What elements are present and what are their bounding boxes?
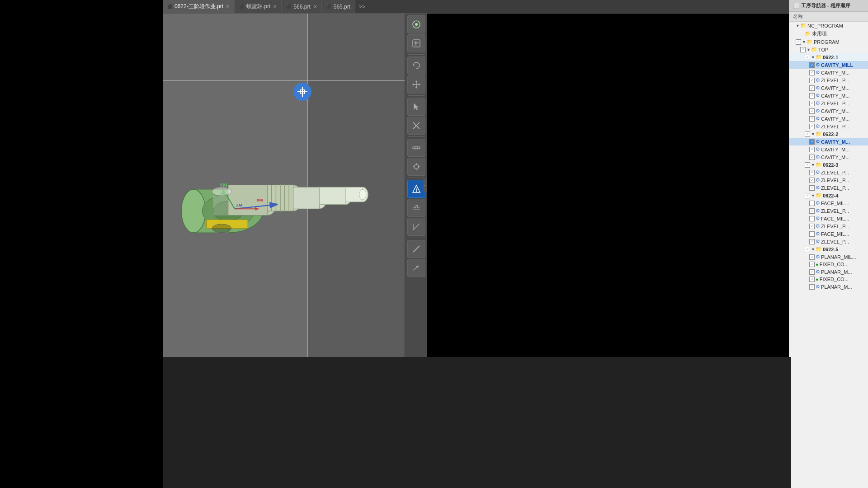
tree-zlevel-p-4[interactable]: ✓ ⚙ ZLEVEL_P... (789, 169, 868, 176)
tree-zlevel-p-3[interactable]: ✓ ⚙ ZLEVEL_P... (789, 122, 868, 130)
tree-cavity-m-3-label: CAVITY_M... (821, 85, 849, 91)
tree-cavity-m-7-label: CAVITY_M... (821, 139, 850, 145)
tool-view-fit[interactable] (407, 15, 425, 33)
tree-0622-4[interactable]: ✓ ▼ 📁 0622-4 (789, 192, 868, 199)
nav-col-label: 名称 (793, 14, 803, 19)
more-tabs-btn[interactable]: >> (355, 4, 369, 10)
tree-cavity-m-5[interactable]: ✓ ⚙ CAVITY_M... (789, 107, 868, 115)
tree-fixed-co-1-label: FIXED_CO... (820, 262, 849, 267)
tree-cavity-m-6[interactable]: ✓ ⚙ CAVITY_M... (789, 115, 868, 122)
tool-attach[interactable] (407, 199, 425, 217)
cavity-mill-1-checkbox[interactable]: ✓ (809, 62, 815, 68)
tree-0622-2[interactable]: ✓ ▼ 📁 0622-2 (789, 130, 868, 138)
tab-螺旋轴[interactable]: ⬛ 螺旋轴.prt ✕ (235, 0, 282, 13)
tree-zlevel-p-7[interactable]: ✓ ⚙ ZLEVEL_P... (789, 207, 868, 215)
tree-cavity-mill-1[interactable]: ✓ ⚙ CAVITY_MILL (789, 61, 868, 69)
tool-line[interactable] (407, 240, 425, 258)
unused-folder-icon: 📁 (805, 31, 811, 37)
tree-face-mil-3-label: FACE_MIL... (821, 231, 849, 237)
tree-face-mil-2[interactable]: ⚙ FACE_MIL... (789, 215, 868, 222)
tool-select[interactable] (407, 98, 425, 116)
tree-0622-5[interactable]: ✓ ▼ 📁 0622-5 (789, 245, 868, 253)
tree-planar-m-3[interactable]: ✓ ⚙ PLANAR_M... (789, 283, 868, 291)
crosshair-cursor[interactable] (293, 83, 311, 101)
tool-sep-3 (408, 136, 425, 137)
tab-icon-螺旋轴: ⬛ (239, 4, 245, 9)
tree-program[interactable]: ✓ ▼ 📁 PROGRAM (789, 38, 868, 46)
tree-planar-mil-1[interactable]: ✓ ⚙ PLANAR_MIL... (789, 253, 868, 261)
svg-point-43 (414, 164, 419, 169)
tree-zlevel-p-1[interactable]: ✓ ⚙ ZLEVEL_P... (789, 76, 868, 84)
tree-zlevel-p-6-label: ZLEVEL_P... (821, 185, 849, 191)
tool-rotate[interactable] (407, 56, 425, 75)
tab-label-565: 565.prt (334, 4, 350, 10)
tree-zlevel-p-2[interactable]: ✓ ⚙ ZLEVEL_P... (789, 99, 868, 107)
sidebar-collapse-arrow[interactable]: ‹ (423, 178, 427, 192)
program-checkbox[interactable]: ✓ (796, 39, 801, 45)
zm-label: ZM (236, 202, 242, 207)
tab-565[interactable]: ⬛ 565.prt (322, 0, 355, 13)
tree-0622-2-label: 0622-2 (823, 131, 838, 137)
tab-label-螺旋轴: 螺旋轴.prt (246, 3, 270, 10)
tool-sep-5 (408, 238, 425, 238)
tree-planar-m-2-label: PLANAR_M... (821, 269, 852, 275)
tree-face-mil-3[interactable]: ⚙ FACE_MIL... (789, 230, 868, 238)
nav-header-checkbox[interactable] (793, 3, 799, 9)
tool-dimension[interactable] (407, 158, 425, 176)
tree-0622-4-label: 0622-4 (823, 193, 838, 198)
tree-0622-3[interactable]: ✓ ▼ 📁 0622-3 (789, 161, 868, 169)
tree-zlevel-p-5[interactable]: ✓ ⚙ ZLEVEL_P... (789, 176, 868, 184)
crosshair-horizontal (163, 80, 407, 81)
top-checkbox[interactable]: ✓ (800, 47, 806, 52)
tool-perpendicular[interactable] (407, 218, 425, 236)
tree-face-mil-2-label: FACE_MIL... (821, 216, 849, 221)
svg-marker-34 (415, 80, 418, 82)
tree-cavity-m-8[interactable]: ✓ ⚙ CAVITY_M... (789, 145, 868, 153)
tree-zlevel-p-8[interactable]: ✓ ⚙ ZLEVEL_P... (789, 222, 868, 230)
tool-measure[interactable] (407, 139, 425, 157)
0622-1-checkbox[interactable]: ✓ (805, 55, 810, 60)
tree-zlevel-p-7-label: ZLEVEL_P... (821, 208, 849, 214)
tree-cavity-m-9[interactable]: ✓ ⚙ CAVITY_M... (789, 153, 868, 161)
tool-arrow[interactable] (407, 259, 425, 277)
tree-cavity-m-4[interactable]: ✓ ⚙ CAVITY_M... (789, 92, 868, 99)
nav-panel: 工序导航器 - 程序顺序 名称 ▼ 📁 NC_PROGRAM 📁 未用项 ✓ ▼… (789, 0, 868, 488)
svg-rect-15 (293, 187, 320, 209)
tree-0622-1[interactable]: ✓ ▼ 📁 0622-1 (789, 53, 868, 61)
tree-0622-5-label: 0622-5 (823, 247, 838, 252)
tool-pan[interactable] (407, 75, 425, 94)
tool-zoom[interactable] (407, 34, 425, 52)
tree-top-label: TOP (818, 47, 828, 52)
left-panel (0, 0, 163, 488)
tree-cavity-m-7[interactable]: ✓ ⚙ CAVITY_M... (789, 138, 868, 145)
bottom-panel (163, 357, 791, 488)
svg-line-51 (413, 224, 420, 230)
tree-fixed-co-2-label: FIXED_CO... (820, 277, 849, 282)
tool-sep-2 (408, 95, 425, 96)
tree-zlevel-p-3-label: ZLEVEL_P... (821, 124, 849, 129)
tab-566[interactable]: ⬛ 566.prt ✕ (282, 0, 321, 13)
tab-close-螺旋轴[interactable]: ✕ (273, 4, 277, 9)
tab-0622[interactable]: ⬛ 0622-三阶段作业.prt ✕ (163, 0, 235, 13)
tree-planar-m-2[interactable]: ✓ ⚙ PLANAR_M... (789, 268, 868, 276)
tree-fixed-co-2[interactable]: ✓ ● FIXED_CO... (789, 276, 868, 283)
crosshair-h-line (297, 91, 307, 92)
tree-zlevel-p-9[interactable]: ✓ ⚙ ZLEVEL_P... (789, 238, 868, 245)
tab-close-566[interactable]: ✕ (313, 4, 317, 9)
tree-planar-mil-1-label: PLANAR_MIL... (821, 254, 856, 260)
tree-zlevel-p-6[interactable]: ✓ ⚙ ZLEVEL_P... (789, 184, 868, 192)
tree-cavity-m-2[interactable]: ✓ ⚙ CAVITY_M... (789, 69, 868, 76)
tab-icon-565: ⬛ (326, 4, 332, 9)
tool-sidebar: ‹ (405, 14, 427, 357)
tree-top[interactable]: ✓ ▼ 📁 TOP (789, 46, 868, 53)
tree-face-mil-1[interactable]: ⚙ FACE_MIL... (789, 199, 868, 207)
tree-toggle-nc[interactable]: ▼ (796, 23, 800, 28)
tool-cut[interactable] (407, 117, 425, 135)
tree-zlevel-p-5-label: ZLEVEL_P... (821, 178, 849, 183)
tree-unused[interactable]: 📁 未用项 (789, 29, 868, 38)
tree-cavity-m-3[interactable]: ✓ ⚙ CAVITY_M... (789, 84, 868, 92)
tab-close-0622[interactable]: ✕ (226, 4, 230, 9)
tree-nc-program[interactable]: ▼ 📁 NC_PROGRAM (789, 22, 868, 29)
tree-fixed-co-1[interactable]: ✓ ● FIXED_CO... (789, 261, 868, 268)
3d-model[interactable]: YM ZM XM (172, 81, 389, 276)
